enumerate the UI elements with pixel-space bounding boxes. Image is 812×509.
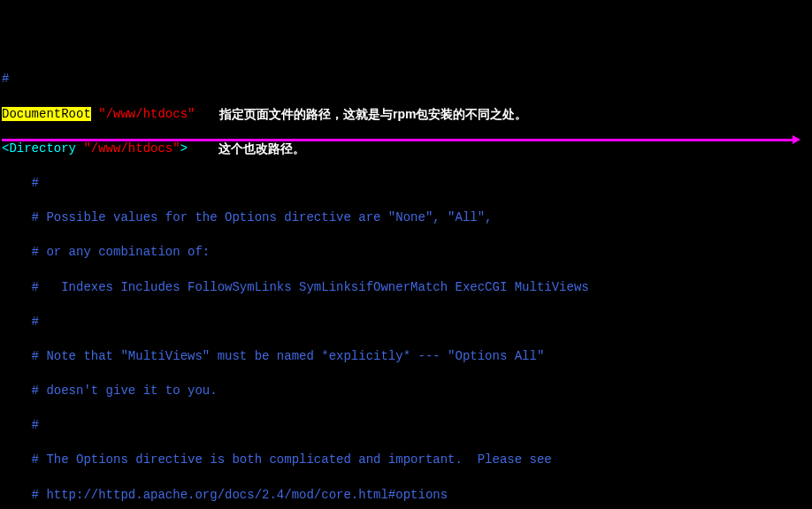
comment-line: # http://httpd.apache.org/docs/2.4/mod/c… [2, 487, 810, 505]
hl-documentroot: DocumentRoot [2, 107, 91, 121]
comment-line: # The Options directive is both complica… [2, 452, 810, 469]
comment-line: # doesn't give it to you. [2, 383, 810, 400]
comment-line: # [2, 417, 810, 435]
arrow-1 [2, 139, 793, 141]
annotation-1: 指定页面文件的路径，这就是与rpm包安装的不同之处。 [219, 106, 527, 124]
comment-line: # Indexes Includes FollowSymLinks SymLin… [2, 279, 810, 297]
comment-line: # [2, 175, 810, 193]
comment-line: # [2, 71, 810, 88]
documentroot-line: DocumentRoot "/www/htdocs"指定页面文件的路径，这就是与… [2, 106, 810, 124]
hl-path: "/www/htdocs" [91, 107, 195, 121]
comment-line: # Possible values for the Options direct… [2, 209, 810, 227]
comment-line: # [2, 314, 810, 331]
comment-line: # or any combination of: [2, 244, 810, 262]
directory-open-line: <Directory "/www/htdocs">这个也改路径。 [2, 141, 810, 158]
comment-line: # Note that "MultiViews" must be named *… [2, 348, 810, 366]
annotation-2: 这个也改路径。 [218, 141, 305, 158]
